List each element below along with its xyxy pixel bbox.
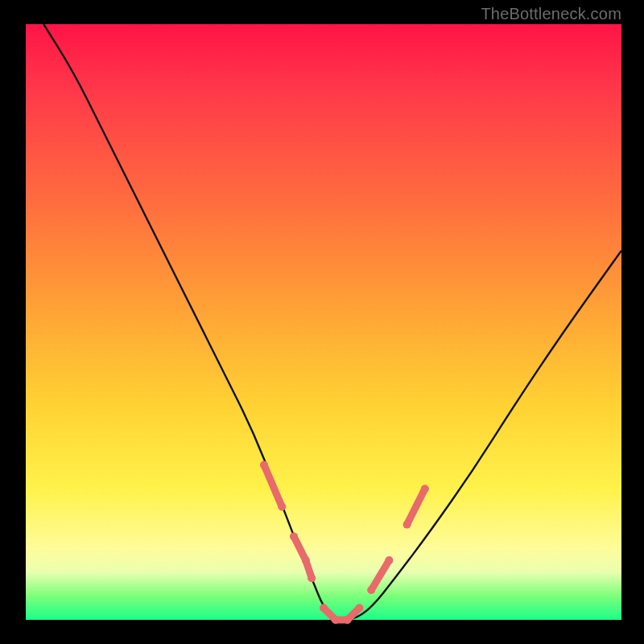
marker-dot [290,532,298,540]
marker-dot [421,485,429,493]
curve-svg [26,24,621,620]
marker-dot [355,604,363,612]
chart-frame: TheBottleneck.com [0,0,644,644]
marker-dot [320,604,328,612]
marker-dot [385,556,393,564]
marker-dot [308,574,316,582]
valley-markers [260,461,429,624]
marker-dot [278,502,286,510]
marker-dot [332,616,340,624]
marker-dot [403,521,411,529]
attribution-text: TheBottleneck.com [481,5,621,23]
marker-segment [407,489,425,524]
marker-segment [264,465,282,507]
bottleneck-curve [43,24,621,620]
marker-dot [302,556,310,564]
marker-dot [367,586,375,594]
plot-area [26,24,621,620]
marker-dot [260,461,268,469]
marker-dot [344,616,352,624]
marker-segment [371,560,389,590]
